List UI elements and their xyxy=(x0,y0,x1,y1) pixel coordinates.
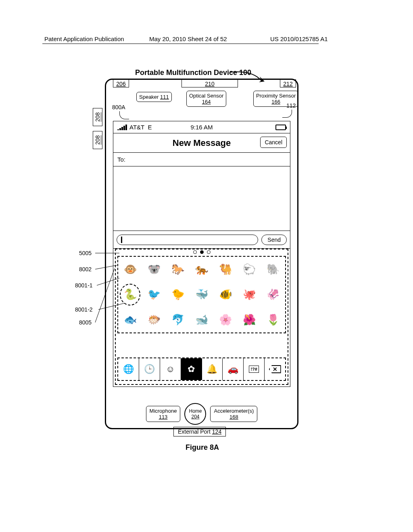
label-800a: 800A xyxy=(112,104,125,110)
emoji-key[interactable]: 🐎 xyxy=(166,257,190,282)
emoji-keyboard: 🐵 🐨 🐎 🐅 🐫 🐑 🐘 🐍 🐦 🐤 🐳 🐠 🐙 🦑 🐟 🐡 🐬 🐋 🌸 xyxy=(113,249,290,387)
globe-button[interactable]: 🌐 xyxy=(118,358,139,380)
callout-8001-2: 8001-2 xyxy=(75,306,93,313)
status-bar: AT&T E 9:16 AM xyxy=(113,121,290,133)
page-title: New Message xyxy=(173,138,231,148)
smiley-category-button[interactable]: ☺ xyxy=(160,358,181,380)
message-body[interactable] xyxy=(113,166,290,231)
text-input[interactable] xyxy=(117,235,258,245)
emoji-key[interactable]: 🐨 xyxy=(142,257,166,282)
compose-row: Send xyxy=(113,231,290,249)
emoji-key[interactable]: 🐦 xyxy=(142,282,166,308)
header-rule xyxy=(42,44,319,44)
svg-line-3 xyxy=(98,303,125,310)
battery-icon xyxy=(275,125,286,130)
emoji-key[interactable]: 🐅 xyxy=(190,257,213,282)
category-bar: 🌐 🕒 ☺ ✿ 🔔 🚗 !?# ✕ xyxy=(117,357,286,381)
dot-3 xyxy=(207,250,211,254)
device-screen: AT&T E 9:16 AM New Message Cancel To: Se… xyxy=(113,121,290,387)
callout-8005: 8005 xyxy=(79,319,92,326)
accelerometer-label: Accelerometer(s)168 xyxy=(210,406,257,422)
dot-1 xyxy=(193,250,197,254)
label-112: 112 xyxy=(286,102,296,109)
recent-button[interactable]: 🕒 xyxy=(139,358,160,380)
speaker-label: Speaker 111 xyxy=(136,92,172,102)
page-indicator[interactable] xyxy=(113,250,290,254)
bell-category-button[interactable]: 🔔 xyxy=(202,358,223,380)
callout-8001-1: 8001-1 xyxy=(75,282,93,289)
svg-line-2 xyxy=(97,278,119,285)
nature-category-button[interactable]: ✿ xyxy=(181,358,202,380)
caret-icon xyxy=(121,237,122,243)
external-port-label: External Port 124 xyxy=(173,427,226,436)
figure-caption: Figure 8A xyxy=(186,443,219,452)
backspace-icon: ✕ xyxy=(269,365,281,373)
emoji-key[interactable]: 🐡 xyxy=(142,307,166,332)
callout-5005: 5005 xyxy=(79,250,92,256)
emoji-key[interactable]: 🌺 xyxy=(238,307,261,332)
to-label: To: xyxy=(117,156,125,163)
emoji-key[interactable]: 🐠 xyxy=(214,282,238,308)
ref-206: 206 xyxy=(113,79,129,87)
emoji-key[interactable]: 🐤 xyxy=(166,282,190,308)
emoji-key[interactable]: 🌸 xyxy=(214,307,238,332)
emoji-key[interactable]: 🦑 xyxy=(261,282,285,308)
dot-2 xyxy=(200,250,204,254)
svg-line-1 xyxy=(95,265,117,269)
car-category-button[interactable]: 🚗 xyxy=(223,358,244,380)
header-left: Patent Application Publication xyxy=(44,35,124,42)
callout-8002: 8002 xyxy=(79,266,92,272)
svg-line-4 xyxy=(95,268,115,322)
emoji-key[interactable]: 🐳 xyxy=(190,282,213,308)
ref-210: 210 xyxy=(181,79,238,87)
ref-212: 212 xyxy=(280,79,296,87)
symbols-category-button[interactable]: !?# xyxy=(244,358,265,380)
header-right: US 2010/0125785 A1 xyxy=(270,35,328,42)
nav-bar: New Message Cancel xyxy=(113,133,290,153)
emoji-grid: 🐵 🐨 🐎 🐅 🐫 🐑 🐘 🐍 🐦 🐤 🐳 🐠 🐙 🦑 🐟 🐡 🐬 🐋 🌸 xyxy=(118,257,285,332)
cancel-button[interactable]: Cancel xyxy=(260,137,287,148)
ref-208-a: 208 xyxy=(93,108,102,126)
emoji-key[interactable]: 🐬 xyxy=(166,307,190,332)
emoji-grid-outline: 🐵 🐨 🐎 🐅 🐫 🐑 🐘 🐍 🐦 🐤 🐳 🐠 🐙 🦑 🐟 🐡 🐬 🐋 🌸 xyxy=(117,256,286,333)
emoji-key[interactable]: 🐋 xyxy=(190,307,213,332)
ref-208-b: 208 xyxy=(93,131,102,149)
delete-button[interactable]: ✕ xyxy=(265,358,285,380)
header-mid: May 20, 2010 Sheet 24 of 52 xyxy=(149,35,227,42)
microphone-label: Microphone113 xyxy=(146,406,181,422)
emoji-key[interactable]: 🐑 xyxy=(238,257,261,282)
home-button[interactable]: Home 204 xyxy=(184,403,206,425)
emoji-key[interactable]: 🐙 xyxy=(238,282,261,308)
optical-sensor-label: Optical Sensor 164 xyxy=(186,91,226,107)
clock-label: 9:16 AM xyxy=(113,124,290,131)
callout-leaders xyxy=(93,246,129,335)
emoji-key[interactable]: 🐘 xyxy=(261,257,285,282)
emoji-key[interactable]: 🌷 xyxy=(261,307,285,332)
to-field[interactable]: To: xyxy=(113,153,290,166)
emoji-key[interactable]: 🐫 xyxy=(214,257,238,282)
send-button[interactable]: Send xyxy=(261,235,287,245)
